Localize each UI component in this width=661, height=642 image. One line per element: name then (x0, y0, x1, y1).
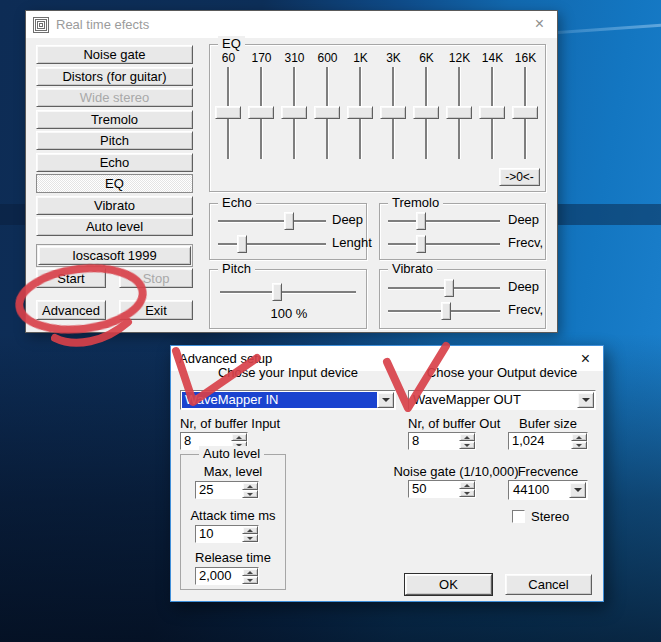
input-device-value: WaveMapper IN (182, 392, 377, 408)
pitch-button[interactable]: Pitch (36, 131, 193, 150)
eq-slider-16k[interactable] (509, 67, 542, 162)
vibrato-deep-label: Deep (508, 279, 539, 294)
pitch-legend: Pitch (218, 261, 255, 277)
app-spiral-icon (33, 17, 49, 33)
eq-slider-6k[interactable] (410, 67, 443, 162)
tremolo-freq-label: Frecv, (508, 235, 543, 250)
eq-slider-600[interactable] (311, 67, 344, 162)
tremolo-freq-slider[interactable] (388, 243, 500, 246)
auto-level-button[interactable]: Auto level (36, 217, 193, 236)
buffer-size-label: Bufer size (508, 416, 588, 431)
max-level-spinner[interactable]: 25 (195, 481, 259, 499)
release-time-spinner[interactable]: 2,000 (195, 567, 259, 585)
eq-band-label: 1K (344, 51, 377, 65)
echo-button[interactable]: Echo (36, 153, 193, 172)
spin-down-icon[interactable] (242, 490, 258, 498)
window-title: Real time efects (56, 17, 149, 32)
stop-button: Stop (119, 268, 193, 288)
frequency-label: Frecvence (508, 464, 588, 479)
wide-stereo-button: Wide stereo (36, 88, 193, 107)
eq-legend: EQ (218, 36, 245, 52)
tremolo-deep-slider[interactable] (388, 220, 500, 223)
tremolo-button[interactable]: Tremolo (36, 110, 193, 129)
vibrato-deep-slider[interactable] (388, 287, 500, 290)
attack-time-spinner[interactable]: 10 (195, 525, 259, 543)
spin-down-icon[interactable] (242, 576, 258, 584)
main-window: Real time efects × Noise gate Distors (f… (25, 10, 558, 333)
effects-button-column: Noise gate Distors (for guitar) Wide ste… (36, 45, 193, 267)
spin-up-icon[interactable] (242, 568, 258, 576)
close-icon[interactable]: × (535, 16, 544, 32)
tremolo-deep-label: Deep (508, 212, 539, 227)
nr-buffer-out-value[interactable]: 8 (409, 433, 458, 449)
eq-band-label: 60 (212, 51, 245, 65)
buffer-size-spinner[interactable]: 1,024 (508, 432, 588, 450)
exit-button[interactable]: Exit (119, 300, 193, 320)
stereo-label: Stereo (531, 509, 569, 524)
spin-down-icon[interactable] (459, 489, 475, 497)
eq-band-label: 310 (278, 51, 311, 65)
release-time-label: Release time (181, 550, 285, 565)
spin-down-icon[interactable] (459, 441, 475, 449)
eq-slider-14k[interactable] (476, 67, 509, 162)
echo-length-slider[interactable] (218, 243, 326, 246)
output-device-value: WaveMapper OUT (410, 392, 577, 408)
spin-down-icon[interactable] (242, 534, 258, 542)
noise-gate-spinner[interactable]: 50 (408, 480, 476, 498)
advanced-setup-dialog: Advanced setup × Chose your Input device… (170, 345, 604, 602)
input-combo-arrow-icon[interactable] (377, 392, 394, 408)
spin-up-icon[interactable] (571, 433, 587, 441)
nr-buffer-out-spinner[interactable]: 8 (408, 432, 476, 450)
eq-slider-3k[interactable] (377, 67, 410, 162)
vibrato-freq-slider[interactable] (388, 310, 500, 313)
spin-down-icon[interactable] (571, 441, 587, 449)
frequency-combo[interactable]: 44100 (508, 480, 588, 500)
eq-slider-310[interactable] (278, 67, 311, 162)
output-combo-arrow-icon[interactable] (577, 392, 594, 408)
pitch-slider[interactable] (220, 291, 356, 294)
frequency-combo-arrow-icon[interactable] (569, 482, 586, 498)
eq-band-label: 6K (410, 51, 443, 65)
eq-slider-60[interactable] (212, 67, 245, 162)
buffer-size-value[interactable]: 1,024 (509, 433, 570, 449)
eq-band-label: 3K (377, 51, 410, 65)
output-device-combo[interactable]: WaveMapper OUT (408, 390, 596, 410)
advanced-button[interactable]: Advanced (36, 300, 106, 320)
spin-up-icon[interactable] (459, 433, 475, 441)
echo-length-label: Lenght (332, 235, 372, 250)
eq-slider-1k[interactable] (344, 67, 377, 162)
spin-up-icon[interactable] (459, 481, 475, 489)
eq-button[interactable]: EQ (36, 174, 193, 193)
ok-button[interactable]: OK (405, 574, 492, 595)
release-time-value[interactable]: 2,000 (196, 568, 241, 584)
spin-up-icon[interactable] (242, 482, 258, 490)
distors-button[interactable]: Distors (for guitar) (36, 67, 193, 86)
attack-time-value[interactable]: 10 (196, 526, 241, 542)
spin-up-icon[interactable] (242, 526, 258, 534)
eq-band-label: 600 (311, 51, 344, 65)
echo-deep-slider[interactable] (218, 220, 326, 223)
nr-buffer-out-label: Nr, of buffer Out (408, 416, 500, 431)
eq-slider-170[interactable] (245, 67, 278, 162)
vibrato-freq-label: Frecv, (508, 302, 543, 317)
spin-up-icon[interactable] (231, 433, 247, 441)
eq-band-label: 16K (509, 51, 542, 65)
dialog-title: Advanced setup (179, 351, 272, 366)
start-button[interactable]: Start (36, 268, 106, 288)
attack-time-label: Attack time ms (181, 508, 285, 523)
echo-legend: Echo (218, 195, 256, 211)
noise-gate-button[interactable]: Noise gate (36, 45, 193, 64)
main-titlebar[interactable]: Real time efects × (26, 11, 557, 38)
vibrato-legend: Vibrato (388, 261, 437, 277)
input-device-label: Chose your Input device (180, 365, 396, 380)
eq-reset-button[interactable]: ->0<- (499, 168, 540, 186)
pitch-value: 100 % (210, 306, 368, 321)
eq-slider-12k[interactable] (443, 67, 476, 162)
noise-gate-value[interactable]: 50 (409, 481, 458, 497)
input-device-combo[interactable]: WaveMapper IN (180, 390, 396, 410)
ioscasoft-button[interactable]: Ioscasoft 1999 (38, 246, 191, 265)
vibrato-button[interactable]: Vibrato (36, 196, 193, 215)
stereo-checkbox[interactable] (512, 510, 525, 523)
max-level-value[interactable]: 25 (196, 482, 241, 498)
cancel-button[interactable]: Cancel (505, 574, 592, 595)
